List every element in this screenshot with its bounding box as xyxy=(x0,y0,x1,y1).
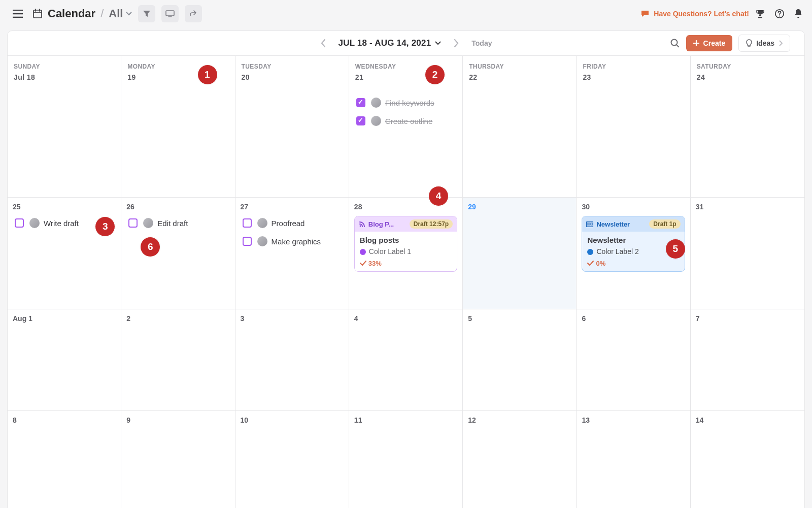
help-chat-link[interactable]: Have Questions? Let's chat! xyxy=(640,10,749,18)
pill-status: Draft xyxy=(653,220,667,228)
prev-range-button[interactable] xyxy=(320,39,326,48)
day-cell[interactable] xyxy=(463,85,577,197)
chevron-down-icon xyxy=(435,41,441,45)
task-checkbox[interactable] xyxy=(15,218,24,228)
task-item[interactable]: Find keywords xyxy=(354,97,457,109)
event-progress: 33% xyxy=(360,260,452,267)
svg-rect-0 xyxy=(33,10,42,18)
weekday-header: TUESDAY20 xyxy=(235,56,349,85)
day-cell[interactable]: 31 xyxy=(691,198,804,309)
day-cell[interactable]: 25 Write draft 3 xyxy=(8,198,121,309)
event-card-blog[interactable]: Blog P... Draft 12:57p Blog posts Color … xyxy=(354,216,457,272)
weekday-header: SUNDAYJul 18 xyxy=(8,56,121,85)
bell-icon[interactable] xyxy=(794,9,803,19)
day-cell[interactable]: 11 xyxy=(349,411,463,508)
task-checkbox[interactable] xyxy=(356,116,365,125)
day-cell[interactable] xyxy=(577,85,690,197)
chevron-right-icon xyxy=(453,39,459,48)
date-number: 7 xyxy=(696,314,799,323)
task-label: Write draft xyxy=(44,219,79,228)
day-cell[interactable]: Find keywords Create outline xyxy=(349,85,463,197)
date-number: 19 xyxy=(127,73,136,81)
avatar xyxy=(29,218,40,228)
day-cell[interactable]: 3 xyxy=(235,309,349,410)
task-item[interactable]: Edit draft xyxy=(126,217,229,229)
today-button[interactable]: Today xyxy=(471,39,492,47)
day-cell[interactable]: 5 xyxy=(463,309,577,410)
date-number: 21 xyxy=(355,73,363,81)
ideas-button-label: Ideas xyxy=(756,39,774,47)
day-cell[interactable]: 9 xyxy=(121,411,235,508)
top-right-icons xyxy=(755,9,803,19)
avatar xyxy=(143,218,153,228)
create-button[interactable]: Create xyxy=(686,35,733,51)
chevron-right-icon xyxy=(779,40,783,46)
annotation-badge-5: 5 xyxy=(666,239,685,259)
date-number: 30 xyxy=(582,203,685,211)
day-cell[interactable]: 27 Proofread Make graphics xyxy=(235,198,349,309)
create-button-label: Create xyxy=(703,39,726,47)
color-dot-icon xyxy=(587,249,593,255)
day-cell[interactable]: 6 xyxy=(577,309,690,410)
day-cell[interactable]: 26 Edit draft 6 xyxy=(121,198,235,309)
plus-icon xyxy=(693,40,699,46)
day-cell[interactable]: 12 xyxy=(463,411,577,508)
filter-button[interactable] xyxy=(138,5,155,22)
day-cell-today[interactable]: 29 xyxy=(463,198,577,309)
date-range-text: JUL 18 - AUG 14, 2021 xyxy=(339,38,431,48)
search-button[interactable] xyxy=(670,38,680,48)
trophy-icon[interactable] xyxy=(755,9,765,19)
day-cell[interactable]: 14 xyxy=(691,411,804,508)
breadcrumb-title[interactable]: Calendar xyxy=(48,7,95,20)
day-cell[interactable]: 30 Newsletter Draft 1p Newsletter Color … xyxy=(577,198,690,309)
day-cell[interactable] xyxy=(691,85,804,197)
share-button[interactable] xyxy=(185,5,202,22)
pill-time: 1p xyxy=(669,220,676,228)
day-cell[interactable]: 4 28 Blog P... Draft 12:57p Blog posts C… xyxy=(349,198,463,309)
day-cell[interactable]: 10 xyxy=(235,411,349,508)
day-cell[interactable] xyxy=(8,85,121,197)
svg-point-5 xyxy=(359,225,361,227)
week-row: 25 Write draft 3 26 Edit draft 6 27 xyxy=(8,197,804,309)
date-number: 4 xyxy=(354,314,457,323)
week-row: Find keywords Create outline xyxy=(8,85,804,197)
event-color-label: Color Label 1 xyxy=(360,247,452,256)
date-number: 22 xyxy=(469,73,477,81)
menu-icon[interactable] xyxy=(9,5,26,22)
pill-status: Draft xyxy=(414,220,428,228)
day-cell[interactable] xyxy=(235,85,349,197)
date-number: 5 xyxy=(468,314,571,323)
day-cell[interactable]: 4 xyxy=(349,309,463,410)
day-cell[interactable]: 2 xyxy=(121,309,235,410)
day-cell[interactable] xyxy=(121,85,235,197)
calendar-frame: JUL 18 - AUG 14, 2021 Today Create Ideas xyxy=(7,30,805,508)
day-cell[interactable]: 7 xyxy=(691,309,804,410)
date-number: 2 xyxy=(126,314,229,323)
task-item[interactable]: Create outline xyxy=(354,115,457,127)
day-cell[interactable]: 13 xyxy=(577,411,690,508)
help-icon[interactable] xyxy=(774,9,785,19)
day-cell[interactable]: 8 xyxy=(8,411,121,508)
task-item[interactable]: Proofread xyxy=(241,217,344,229)
ideas-button[interactable]: Ideas xyxy=(738,35,790,52)
weekday-name: MONDAY xyxy=(127,63,155,70)
event-card-newsletter[interactable]: Newsletter Draft 1p Newsletter Color Lab… xyxy=(582,216,685,272)
next-range-button[interactable] xyxy=(453,39,459,48)
task-checkbox[interactable] xyxy=(356,98,365,107)
event-card-title: Blog posts xyxy=(360,236,452,244)
task-item[interactable]: Make graphics xyxy=(241,235,344,247)
day-cell[interactable]: Aug 1 xyxy=(8,309,121,410)
date-number: 14 xyxy=(696,416,799,424)
task-checkbox[interactable] xyxy=(243,237,252,246)
weekday-header: SATURDAY24 xyxy=(691,56,804,85)
display-button[interactable] xyxy=(161,5,179,22)
task-label: Edit draft xyxy=(157,219,188,228)
task-checkbox[interactable] xyxy=(128,218,138,228)
weekday-name: THURSDAY xyxy=(469,63,504,70)
search-icon xyxy=(670,38,680,48)
date-number: 11 xyxy=(354,416,457,424)
breadcrumb-view-dropdown[interactable]: All xyxy=(109,7,132,20)
color-label-text: Color Label 2 xyxy=(596,247,638,256)
date-range-dropdown[interactable]: JUL 18 - AUG 14, 2021 xyxy=(339,38,442,48)
task-checkbox[interactable] xyxy=(243,218,252,228)
